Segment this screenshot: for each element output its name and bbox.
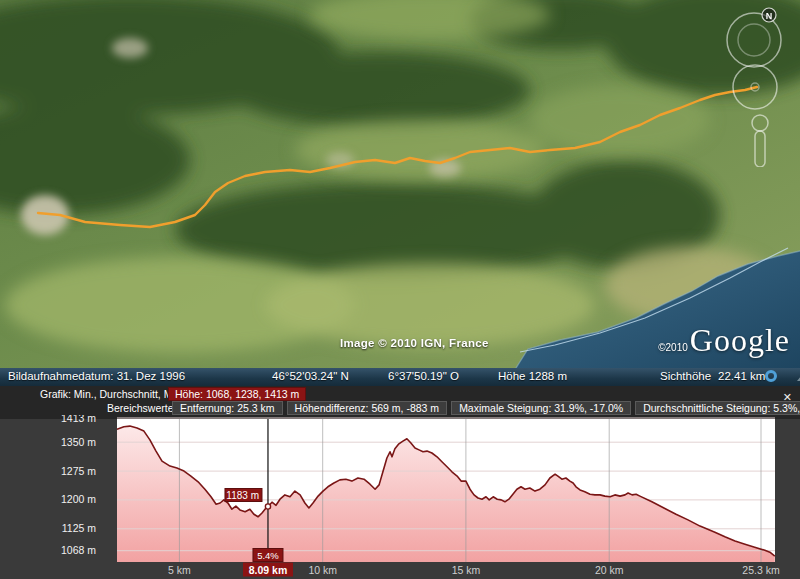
logo-wordmark: Google	[690, 322, 790, 359]
x-axis-tick-label: 15 km	[452, 564, 481, 576]
y-axis-tick-label: 1275 m	[61, 465, 96, 477]
range-values-label: Bereichswerte:	[107, 402, 176, 414]
eye-altitude-label: Sichthöhe	[660, 370, 711, 382]
y-axis-tick-label: 1125 m	[62, 522, 96, 534]
elevation-minavgmax-badge: Höhe: 1068, 1238, 1413 m	[168, 387, 306, 401]
profile-range-row: Bereichswerte: Entfernung: 25.3 kmHöhend…	[0, 401, 800, 415]
elevation-readout: Höhe 1288 m	[498, 370, 567, 382]
graph-minavgmax-label: Grafik: Min., Durchschnitt, Max.	[40, 388, 186, 400]
zoom-slider-knob[interactable]	[752, 115, 768, 131]
range-value-cell: Höhendifferenz: 569 m, -883 m	[287, 401, 448, 415]
imagery-attribution: Image © 2010 IGN, France	[340, 337, 489, 349]
y-axis-tick-label: 1350 m	[61, 436, 96, 448]
cursor-slope-label: 5.4%	[257, 550, 279, 561]
range-values-cells: Entfernung: 25.3 kmHöhendifferenz: 569 m…	[172, 401, 800, 415]
compass-north-button[interactable]: N	[762, 8, 776, 22]
range-value-cell: Entfernung: 25.3 km	[172, 401, 283, 415]
imagery-date: Bildaufnahmedatum: 31. Dez 1996	[8, 370, 185, 382]
latitude-readout: 46°52'03.24" N	[272, 370, 349, 382]
range-value-cell: Durchschnittliche Steigung: 5.3%, -4.8%	[635, 401, 800, 415]
map-viewport[interactable]: Image © 2010 IGN, France ©2010 Google N	[0, 0, 800, 368]
y-axis-tick-label: 1200 m	[61, 493, 96, 505]
satellite-imagery	[0, 0, 800, 368]
y-axis-tick-label: 1068 m	[61, 544, 96, 556]
look-joystick[interactable]	[733, 65, 777, 109]
cursor-point-marker	[265, 504, 270, 509]
x-axis-tick-label: 5 km	[168, 564, 191, 576]
x-axis-tick-label: 10 km	[308, 564, 337, 576]
elevation-profile-panel: 1183 m5.4%1413 m1350 m1275 m1200 m1125 m…	[0, 415, 800, 579]
google-logo: ©2010 Google	[658, 322, 790, 359]
close-profile-button[interactable]: ✕	[783, 392, 792, 402]
cursor-elevation-label: 1183 m	[226, 490, 259, 501]
x-axis-cursor-label: 8.09 km	[249, 564, 288, 576]
nav-controls: N	[722, 2, 792, 167]
x-axis-tick-label: 25.3 km	[742, 564, 780, 576]
logo-copyright: ©2010	[658, 342, 688, 353]
profile-stats-row: Grafik: Min., Durchschnitt, Max. Höhe: 1…	[0, 387, 800, 401]
google-earth-window: Image © 2010 IGN, France ©2010 Google N	[0, 0, 800, 579]
range-value-cell: Maximale Steigung: 31.9%, -17.0%	[451, 401, 631, 415]
longitude-readout: 6°37'50.19" O	[388, 370, 459, 382]
compass-north-label: N	[766, 11, 773, 21]
elevation-profile-chart[interactable]: 1183 m5.4%1413 m1350 m1275 m1200 m1125 m…	[0, 415, 800, 579]
eye-altitude-value: 22.41 km	[718, 370, 765, 382]
y-axis-tick-label: 1413 m	[61, 415, 96, 424]
x-axis-tick-label: 20 km	[595, 564, 624, 576]
streetview-ring-icon	[765, 370, 777, 382]
elevation-profile-header: Grafik: Min., Durchschnitt, Max. Höhe: 1…	[0, 386, 800, 415]
status-bar: Bildaufnahmedatum: 31. Dez 1996 46°52'03…	[0, 368, 800, 386]
zoom-slider-track[interactable]	[755, 131, 765, 167]
